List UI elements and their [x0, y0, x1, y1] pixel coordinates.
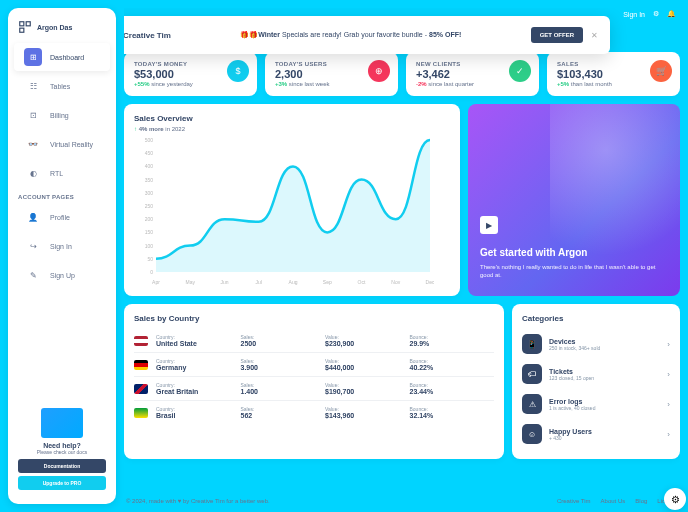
nav-icon: 👓: [24, 135, 42, 153]
sidebar-item-sign-up[interactable]: ✎Sign Up: [14, 261, 110, 289]
flag-icon: [134, 336, 148, 346]
promo-card-text: There's nothing I really wanted to do in…: [480, 264, 668, 280]
table-row: Country:United StateSales:2500Value:$230…: [134, 329, 494, 353]
brand-icon: [18, 20, 32, 34]
category-icon: 🏷: [522, 364, 542, 384]
svg-text:Aug: Aug: [289, 279, 298, 285]
sales-overview-card: Sales Overview ↑ 4% more in 2022 0501001…: [124, 104, 460, 296]
nav-label: Virtual Reality: [50, 141, 93, 148]
stat-delta: -2% since last quarter: [416, 81, 529, 87]
svg-rect-1: [26, 22, 30, 26]
svg-text:250: 250: [145, 203, 154, 209]
svg-text:50: 50: [147, 256, 153, 262]
stat-delta: +5% than last month: [557, 81, 670, 87]
nav-icon: ◐: [24, 164, 42, 182]
nav-label: Profile: [50, 214, 70, 221]
close-icon[interactable]: ✕: [591, 31, 598, 40]
help-subtitle: Please check our docs: [18, 449, 106, 455]
stat-card: TODAY'S USERS2,300+3% since last week⊕: [265, 52, 398, 96]
svg-text:450: 450: [145, 150, 154, 156]
signin-link[interactable]: Sign In: [623, 11, 645, 18]
gear-icon[interactable]: ⚙: [653, 10, 659, 18]
stats-row: TODAY'S MONEY$53,000+55% since yesterday…: [124, 52, 680, 96]
footer-link[interactable]: Blog: [635, 498, 647, 504]
svg-text:400: 400: [145, 163, 154, 169]
svg-rect-0: [20, 22, 24, 26]
svg-text:200: 200: [145, 216, 154, 222]
nav-label: RTL: [50, 170, 63, 177]
svg-text:Oct: Oct: [358, 279, 366, 285]
svg-text:Jun: Jun: [220, 279, 228, 285]
nav-label: Tables: [50, 83, 70, 90]
svg-rect-2: [20, 28, 24, 32]
nav-icon: 👤: [24, 208, 42, 226]
chart-title: Sales Overview: [134, 114, 450, 123]
sidebar-item-virtual-reality[interactable]: 👓Virtual Reality: [14, 130, 110, 158]
stat-card: TODAY'S MONEY$53,000+55% since yesterday…: [124, 52, 257, 96]
list-item[interactable]: ⚠Error logs1 is active, 40 closed›: [522, 389, 670, 419]
list-item[interactable]: 🏷Tickets123 closed, 15 open›: [522, 359, 670, 389]
list-item[interactable]: ☺Happy Users+ 430›: [522, 419, 670, 449]
chevron-right-icon: ›: [667, 370, 670, 379]
promo-banner: Creative Tim 🎁🎁Winter Specials are ready…: [124, 16, 610, 54]
bell-icon[interactable]: 🔔: [667, 10, 676, 18]
nav-icon: ⊞: [24, 48, 42, 66]
promo-text: 🎁🎁Winter Specials are ready! Grab your f…: [171, 31, 531, 39]
categories-card: Categories 📱Devices250 in stock, 346+ so…: [512, 304, 680, 459]
flag-icon: [134, 384, 148, 394]
svg-text:Dec: Dec: [426, 279, 434, 285]
categories-title: Categories: [522, 314, 670, 323]
nav-icon: ✎: [24, 266, 42, 284]
flag-icon: [134, 408, 148, 418]
documentation-button[interactable]: Documentation: [18, 459, 106, 473]
list-item[interactable]: 📱Devices250 in stock, 346+ sold›: [522, 329, 670, 359]
country-card-title: Sales by Country: [134, 314, 494, 323]
stat-icon: ⊕: [368, 60, 390, 82]
help-title: Need help?: [18, 442, 106, 449]
footer-link[interactable]: About Us: [601, 498, 626, 504]
chevron-right-icon: ›: [667, 400, 670, 409]
nav-icon: ☷: [24, 77, 42, 95]
svg-text:Apr: Apr: [152, 279, 160, 285]
stat-icon: 🛒: [650, 60, 672, 82]
stat-icon: $: [227, 60, 249, 82]
chevron-right-icon: ›: [667, 430, 670, 439]
rocket-icon: ▶: [480, 216, 498, 234]
svg-text:0: 0: [150, 269, 153, 275]
sidebar-item-sign-in[interactable]: ↪Sign In: [14, 232, 110, 260]
svg-text:May: May: [186, 279, 196, 285]
help-illustration: [41, 408, 83, 438]
footer-link[interactable]: Creative Tim: [557, 498, 591, 504]
svg-text:150: 150: [145, 229, 154, 235]
stat-delta: +3% since last week: [275, 81, 388, 87]
svg-text:300: 300: [145, 190, 154, 196]
category-icon: ☺: [522, 424, 542, 444]
nav-label: Sign Up: [50, 272, 75, 279]
stat-delta: +55% since yesterday: [134, 81, 247, 87]
category-icon: ⚠: [522, 394, 542, 414]
main-content: Sign In ⚙ 🔔 Creative Tim 🎁🎁Winter Specia…: [124, 8, 680, 504]
promo-card-title: Get started with Argon: [480, 247, 587, 258]
svg-text:350: 350: [145, 177, 154, 183]
get-offer-button[interactable]: GET OFFER: [531, 27, 583, 43]
brand-logo: Argon Das: [8, 16, 116, 42]
nav-icon: ⊡: [24, 106, 42, 124]
copyright: © 2024, made with ♥ by Creative Tim for …: [126, 498, 270, 504]
nav-label: Billing: [50, 112, 69, 119]
svg-text:Nov: Nov: [391, 279, 400, 285]
sidebar-item-tables[interactable]: ☷Tables: [14, 72, 110, 100]
svg-text:500: 500: [145, 137, 154, 143]
sidebar-item-dashboard[interactable]: ⊞Dashboard: [14, 43, 110, 71]
nav-icon: ↪: [24, 237, 42, 255]
table-row: Country:BrasilSales:562Value:$143,960Bou…: [134, 401, 494, 424]
sidebar-item-rtl[interactable]: ◐RTL: [14, 159, 110, 187]
stat-card: NEW CLIENTS+3,462-2% since last quarter✓: [406, 52, 539, 96]
sidebar-item-billing[interactable]: ⊡Billing: [14, 101, 110, 129]
get-started-card[interactable]: ▶ Get started with Argon There's nothing…: [468, 104, 680, 296]
settings-fab[interactable]: ⚙: [664, 488, 686, 510]
svg-text:Sep: Sep: [323, 279, 332, 285]
sidebar-item-profile[interactable]: 👤Profile: [14, 203, 110, 231]
upgrade-pro-button[interactable]: Upgrade to PRO: [18, 476, 106, 490]
svg-text:100: 100: [145, 243, 154, 249]
nav-label: Dashboard: [50, 54, 84, 61]
